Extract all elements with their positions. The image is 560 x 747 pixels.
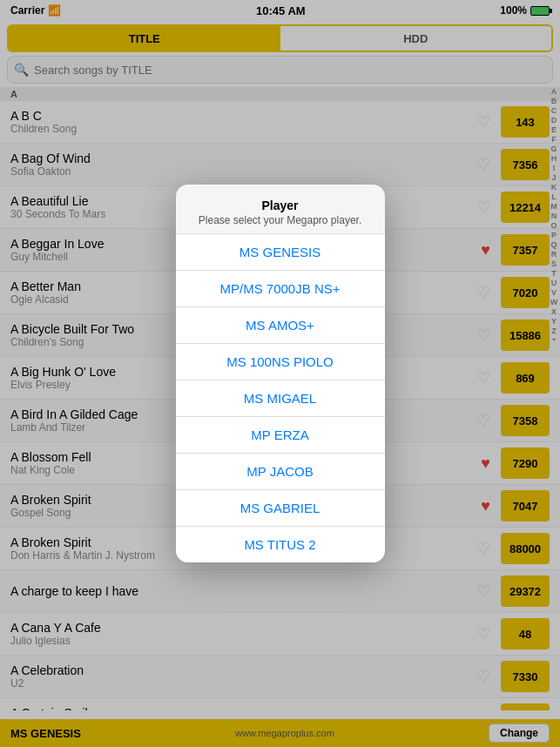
modal-option-1[interactable]: MP/MS 7000JB NS+ (176, 270, 385, 306)
modal-option-4[interactable]: MS MIGAEL (176, 380, 385, 416)
modal-subtitle: Please select your Megapro player. (176, 214, 385, 226)
modal-items: MS GENESISMP/MS 7000JB NS+MS AMOS+MS 100… (176, 233, 385, 562)
modal-option-7[interactable]: MS GABRIEL (176, 489, 385, 526)
player-modal: Player Please select your Megapro player… (176, 185, 385, 562)
modal-option-5[interactable]: MP ERZA (176, 416, 385, 453)
modal-overlay[interactable]: Player Please select your Megapro player… (0, 0, 560, 747)
modal-option-3[interactable]: MS 100NS PIOLO (176, 343, 385, 380)
modal-option-0[interactable]: MS GENESIS (176, 233, 385, 270)
modal-option-8[interactable]: MS TITUS 2 (176, 526, 385, 562)
modal-option-2[interactable]: MS AMOS+ (176, 306, 385, 343)
modal-title: Player (176, 199, 385, 212)
modal-option-6[interactable]: MP JACOB (176, 453, 385, 489)
